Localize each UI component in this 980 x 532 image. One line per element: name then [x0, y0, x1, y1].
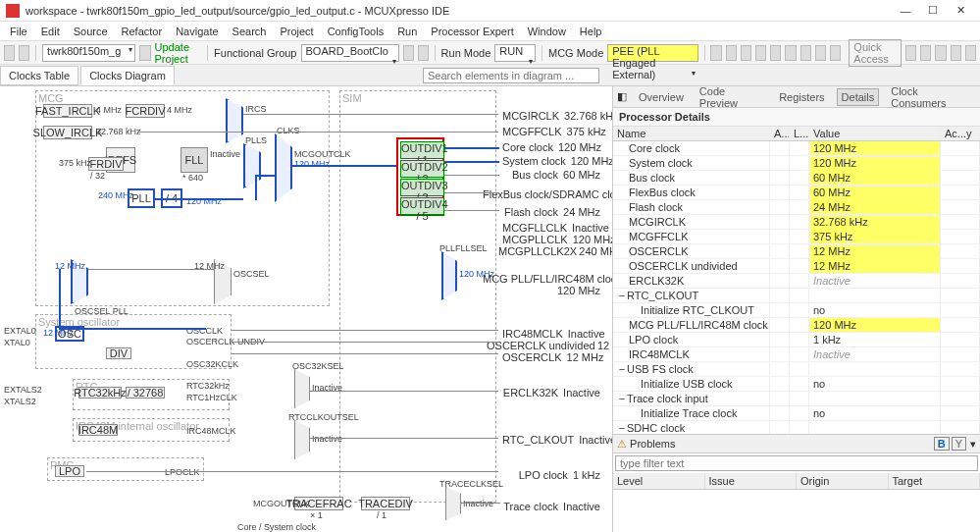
menu-project[interactable]: Project — [274, 24, 319, 39]
expand-icon[interactable]: − — [617, 422, 627, 434]
nav-details[interactable]: Details — [837, 88, 880, 106]
minimize-button[interactable]: — — [892, 5, 919, 17]
block-rtc-div[interactable]: / 32768 — [126, 387, 165, 399]
table-row[interactable]: −USB FS clock — [613, 362, 980, 377]
table-row[interactable]: Core clock120 MHz — [613, 141, 980, 156]
table-row[interactable]: −SDHC clock — [613, 421, 980, 434]
details-table[interactable]: Name A... L... Value Ac...y Core clock12… — [613, 127, 980, 434]
mux-osc32ksel[interactable] — [294, 369, 310, 408]
table-row[interactable]: ERCLK32KInactive — [613, 274, 980, 289]
nav-overview[interactable]: Overview — [635, 89, 688, 105]
out-oscerclk-undiv: OSCERCLK undivided 12 MHz — [487, 340, 600, 351]
menu-run[interactable]: Run — [391, 24, 423, 39]
nav-code[interactable]: Code Preview — [696, 83, 767, 111]
table-header: Name A... L... Value Ac...y — [613, 127, 980, 141]
block-fcrdiv[interactable]: FCRDIV — [126, 104, 165, 118]
tab-clocks-diagram[interactable]: Clocks Diagram — [80, 66, 175, 85]
toolbar-btn[interactable] — [815, 45, 826, 61]
table-row[interactable]: System clock120 MHz — [613, 156, 980, 171]
menu-navigate[interactable]: Navigate — [170, 24, 224, 39]
block-irc48m[interactable]: IRC48M — [78, 424, 118, 436]
toolbar-btn[interactable] — [139, 45, 150, 61]
toolbar-btn[interactable] — [830, 45, 841, 61]
perspective-btn[interactable] — [920, 45, 931, 61]
expand-icon[interactable]: − — [617, 290, 627, 301]
problems-menu-icon[interactable]: ▾ — [970, 438, 976, 451]
table-row[interactable]: IRC48MCLKInactive — [613, 347, 980, 362]
perspective-btn[interactable] — [905, 45, 916, 61]
toolbar-btn[interactable] — [403, 45, 414, 61]
outdiv4[interactable]: OUTDIV4/ 5 — [400, 197, 444, 215]
runmode-combo[interactable]: RUN — [494, 44, 536, 62]
perspective-btn[interactable] — [951, 45, 961, 61]
table-row[interactable]: LPO clock1 kHz — [613, 333, 980, 347]
table-row[interactable]: MCG PLL/FLL/IRC48M clock120 MHz — [613, 318, 980, 333]
toolbar-btn[interactable] — [755, 45, 766, 61]
block-fll[interactable]: FLL — [181, 147, 208, 173]
menu-edit[interactable]: Edit — [35, 24, 66, 39]
tab-clocks-table[interactable]: Clocks Table — [0, 66, 78, 85]
table-row[interactable]: Flash clock24 MHz — [613, 200, 980, 215]
nav-consumers[interactable]: Clock Consumers — [887, 83, 976, 111]
toolbar-btn[interactable] — [800, 45, 811, 61]
block-slow-irclk[interactable]: SLOW_IRCLK — [43, 126, 92, 139]
table-row[interactable]: Initialize Trace clockno — [613, 406, 980, 421]
toolbar-btn[interactable] — [726, 45, 737, 61]
menu-file[interactable]: File — [4, 24, 33, 39]
table-row[interactable]: MCGIRCLK32.768 kHz — [613, 215, 980, 230]
table-row[interactable]: Initialize USB clockno — [613, 377, 980, 392]
table-row[interactable]: −RTC_CLKOUT — [613, 289, 980, 303]
fgroup-combo[interactable]: BOARD_BootClo — [301, 44, 399, 62]
outdiv1[interactable]: OUTDIV1/ 1 — [400, 141, 444, 159]
menu-help[interactable]: Help — [574, 24, 608, 39]
toolbar-btn[interactable] — [710, 45, 721, 61]
toolbar-btn[interactable] — [418, 45, 429, 61]
diagram-search[interactable] — [423, 68, 599, 83]
problems-title[interactable]: Problems — [630, 438, 675, 450]
block-frdiv[interactable]: FRDIV — [88, 157, 124, 171]
menu-configtools[interactable]: ConfigTools — [322, 24, 389, 39]
expand-icon[interactable]: − — [617, 363, 627, 375]
menu-refactor[interactable]: Refactor — [116, 24, 169, 39]
expand-icon[interactable]: − — [617, 393, 627, 404]
out-trace: Trace clock Inactive — [502, 501, 600, 512]
toolbar-btn[interactable] — [741, 45, 751, 61]
mux-rtcclkoutsel[interactable] — [294, 420, 310, 459]
problems-btn-b[interactable]: B — [934, 437, 950, 451]
nav-registers[interactable]: Registers — [775, 89, 828, 105]
table-row[interactable]: MCGFFCLK375 kHz — [613, 230, 980, 244]
toolbar-btn[interactable] — [19, 45, 29, 61]
perspective-btn[interactable] — [965, 45, 976, 61]
project-combo[interactable]: twrk80f150m_g — [42, 44, 135, 62]
table-row[interactable]: −Trace clock input — [613, 392, 980, 406]
table-row[interactable]: FlexBus clock60 MHz — [613, 186, 980, 200]
block-div[interactable]: DIV — [106, 347, 131, 359]
close-button[interactable]: ✕ — [947, 4, 974, 17]
table-row[interactable]: Initialize RTC_CLKOUTno — [613, 303, 980, 318]
toolbar-btn[interactable] — [770, 45, 781, 61]
problems-filter[interactable] — [615, 455, 978, 471]
menu-pex[interactable]: Processor Expert — [425, 24, 519, 39]
mcgmode-combo[interactable]: PEE (PLL Engaged External) — [607, 44, 697, 62]
outdiv3[interactable]: OUTDIV3/ 2 — [400, 179, 444, 196]
clocks-diagram[interactable]: MCG SIM FAST_IRCLK 4 MHz FCRDIV 4 MHz SL… — [0, 86, 612, 532]
toolbar-btn[interactable] — [4, 45, 15, 61]
update-project-button[interactable]: Update Project — [155, 41, 202, 65]
table-row[interactable]: Bus clock60 MHz — [613, 171, 980, 186]
quick-access[interactable]: Quick Access — [849, 39, 902, 67]
view-tabs: Clocks Table Clocks Diagram — [0, 65, 980, 86]
table-row[interactable]: OSCERCLK12 MHz — [613, 244, 980, 259]
perspective-btn[interactable] — [935, 45, 946, 61]
menu-search[interactable]: Search — [227, 24, 273, 39]
block-tracediv[interactable]: TRACEDIV — [361, 497, 410, 510]
maximize-button[interactable]: ☐ — [919, 4, 947, 17]
table-row[interactable]: OSCERCLK undivided12 MHz — [613, 259, 980, 274]
block-lpo[interactable]: LPO — [55, 465, 84, 477]
menu-source[interactable]: Source — [68, 24, 114, 39]
problems-btn-y[interactable]: Y — [952, 437, 966, 451]
toolbar-btn[interactable] — [785, 45, 796, 61]
block-fast-irclk[interactable]: FAST_IRCLK — [43, 104, 92, 118]
outdiv2[interactable]: OUTDIV2/ 2 — [400, 160, 444, 178]
block-rtc32khz[interactable]: RTC32kHz — [78, 387, 122, 399]
menu-window[interactable]: Window — [522, 24, 572, 39]
